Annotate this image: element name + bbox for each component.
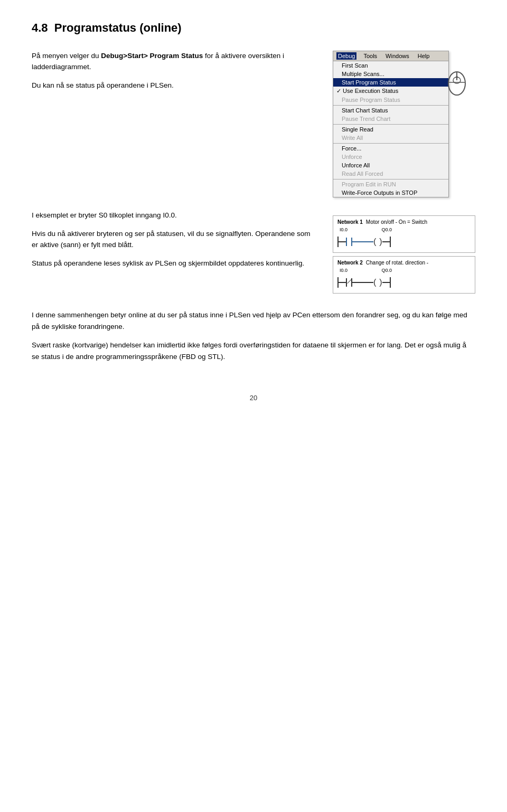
- example-paragraph-1: I eksemplet er bryter S0 tilkoplet innga…: [32, 210, 317, 221]
- menu-item-start-chart-status[interactable]: Start Chart Status: [333, 105, 448, 115]
- menu-bar-debug[interactable]: Debug: [336, 52, 356, 60]
- example-text-column: I eksemplet er bryter S0 tilkoplet innga…: [32, 210, 317, 297]
- menu-item-multiple-scans[interactable]: Multiple Scans...: [333, 70, 448, 78]
- contact-i00-2: [346, 278, 352, 287]
- line-3: [382, 241, 390, 242]
- network-diagram-panel: Network 1 Motor on/off - On = Switch I0.…: [333, 210, 475, 297]
- network-2-header: Network 2 Change of rotat. direction -: [337, 260, 471, 266]
- menu-bar-tools[interactable]: Tools: [362, 52, 379, 60]
- power-rail-right-2: [390, 277, 391, 288]
- network-1-operand-labels: I0.0 Q0.0: [337, 227, 471, 232]
- network-1-section: Network 1 Motor on/off - On = Switch I0.…: [333, 215, 475, 253]
- menu-item-first-scan[interactable]: First Scan: [333, 61, 448, 70]
- menu-item-use-execution-status[interactable]: ✓ Use Execution Status: [333, 87, 448, 96]
- menu-item-write-all: Write All: [333, 134, 448, 142]
- section-header: 4.8 Programstatus (online): [32, 21, 475, 35]
- power-rail-right: [390, 237, 391, 247]
- line-5: [352, 282, 373, 283]
- network-2-op2-label: Q0.0: [382, 268, 392, 273]
- menu-item-pause-trend-chart: Pause Trend Chart: [333, 115, 448, 123]
- line-1: [339, 241, 346, 242]
- network-1-op1-label: I0.0: [340, 227, 348, 232]
- menu-item-force[interactable]: Force...: [333, 143, 448, 153]
- menu-item-start-program-status[interactable]: Start Program Status: [333, 78, 448, 87]
- menu-item-pause-program-status: Pause Program Status: [333, 96, 448, 104]
- menu-item-unforce-all[interactable]: Unforce All: [333, 161, 448, 169]
- mouse-cursor-icon: [444, 67, 470, 100]
- coil-left-paren: (: [373, 238, 376, 246]
- line-6: [382, 282, 390, 283]
- coil2-left-paren: (: [373, 278, 376, 287]
- main-content-area: På menyen velger du Debug>Start> Program…: [32, 51, 475, 197]
- intro-paragraph-2: Du kan nå se status på operandene i PLSe…: [32, 80, 317, 91]
- menu-bar-help[interactable]: Help: [416, 52, 431, 60]
- network-2-label: Network 2: [337, 260, 363, 266]
- page-number: 20: [32, 394, 475, 402]
- second-content-area: I eksemplet er bryter S0 tilkoplet innga…: [32, 210, 475, 297]
- bottom-text-area: I denne sammenhengen betyr online at du …: [32, 309, 475, 362]
- network-2-operand-labels: I0.0 Q0.0: [337, 268, 471, 273]
- menu-item-unforce: Unforce: [333, 153, 448, 161]
- bottom-paragraph-1: I denne sammenhengen betyr online at du …: [32, 309, 475, 332]
- line-2: [352, 241, 373, 242]
- menu-item-single-read[interactable]: Single Read: [333, 124, 448, 134]
- network-1-desc: Motor on/off - On = Switch: [366, 219, 427, 225]
- network-1-ladder: ( ): [337, 234, 471, 249]
- network-1-label: Network 1: [337, 219, 363, 225]
- menu-bar: Debug Tools Windows Help: [333, 51, 448, 61]
- coil-q00-2: ( ): [373, 278, 382, 287]
- line-4: [339, 282, 346, 283]
- network-2-desc: Change of rotat. direction -: [366, 260, 428, 266]
- menu-bar-windows[interactable]: Windows: [384, 52, 411, 60]
- menu-item-write-force-outputs[interactable]: Write-Force Outputs in STOP: [333, 188, 448, 197]
- network-2-ladder: ( ): [337, 275, 471, 290]
- example-paragraph-3: Status på operandene leses syklisk av PL…: [32, 258, 317, 269]
- network-diagrams: Network 1 Motor on/off - On = Switch I0.…: [333, 215, 475, 294]
- svg-point-4: [456, 76, 458, 78]
- intro-paragraph-1: På menyen velger du Debug>Start> Program…: [32, 51, 317, 73]
- bold-text-debug: Debug>Start> Program Status: [101, 52, 203, 60]
- right-panel: Debug Tools Windows Help First Scan Mult…: [333, 51, 475, 197]
- menu-item-program-edit-run: Program Edit in RUN: [333, 179, 448, 188]
- example-paragraph-2: Hvis du nå aktiverer bryteren og ser på …: [32, 229, 317, 251]
- section-title: 4.8 Programstatus (online): [32, 21, 475, 35]
- contact-i00: [346, 238, 352, 246]
- menu-item-read-all-forced: Read All Forced: [333, 169, 448, 178]
- network-1-op2-label: Q0.0: [382, 227, 392, 232]
- coil-q00: ( ): [373, 238, 382, 246]
- debug-menu-screenshot: Debug Tools Windows Help First Scan Mult…: [333, 51, 449, 197]
- left-text-column: På menyen velger du Debug>Start> Program…: [32, 51, 317, 197]
- network-2-section: Network 2 Change of rotat. direction - I…: [333, 256, 475, 294]
- bottom-paragraph-2: Svært raske (kortvarige) hendelser kan i…: [32, 339, 475, 362]
- network-1-header: Network 1 Motor on/off - On = Switch: [337, 219, 471, 225]
- network-2-op1-label: I0.0: [340, 268, 348, 273]
